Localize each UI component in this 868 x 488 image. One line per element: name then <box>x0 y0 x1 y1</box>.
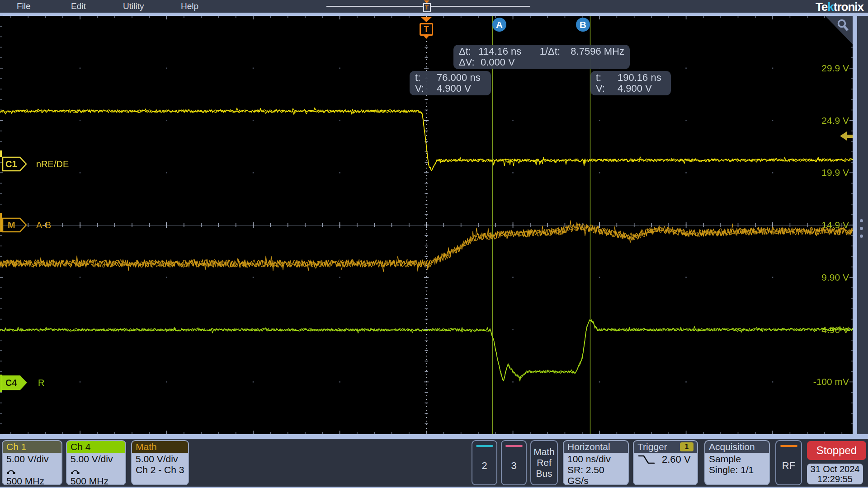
horizontal-pan-bar[interactable] <box>0 13 868 16</box>
ch1-title: Ch 1 <box>3 441 61 453</box>
menu-file[interactable]: File <box>17 1 31 11</box>
cursor-delta-readout: Δt:114.16 ns1/Δt:8.7596 MHz ΔV:0.000 V <box>453 45 630 69</box>
dv-label: ΔV: <box>459 57 481 68</box>
settings-bar: Ch 1 5.00 V/div 500 MHz BW Ch 4 5.00 V/d… <box>0 439 868 488</box>
channel-badge-c1[interactable]: C1 nRE/DE <box>2 156 69 172</box>
menu-help[interactable]: Help <box>181 1 198 11</box>
c4-edge-marker <box>0 375 2 392</box>
ch4-badge[interactable]: Ch 4 5.00 V/div 500 MHz BW <box>66 440 126 485</box>
horizontal-panel[interactable]: Horizontal 100 ns/div SR: 2.50 GS/s RL: … <box>563 440 629 485</box>
ch1-scale: 5.00 V/div <box>6 454 58 465</box>
datetime-display: 31 Oct 2024 12:29:55 <box>807 464 863 484</box>
ch4-bandwidth: 500 MHz <box>71 476 108 485</box>
math-ref-bus-button[interactable]: Math Ref Bus <box>530 440 558 485</box>
ch3-button[interactable]: 3 <box>501 440 527 485</box>
ch4-scale: 5.00 V/div <box>71 454 122 465</box>
trigger-record-icon[interactable]: T <box>422 0 431 12</box>
date-value: 31 Oct 2024 <box>811 464 860 474</box>
svg-text:C4: C4 <box>5 378 17 388</box>
math-edge-marker <box>0 213 2 232</box>
menu-bar: File Edit Utility Help T Tektronix <box>0 0 868 13</box>
math-title: Math <box>132 441 188 453</box>
math-badge[interactable]: Math 5.00 V/div Ch 2 - Ch 3 <box>131 440 189 485</box>
oscilloscope-screen: File Edit Utility Help T Tektronix T A B… <box>0 0 868 488</box>
ch2-label: 2 <box>481 447 487 484</box>
trigger-record-t: T <box>423 3 431 12</box>
trigger-title: Trigger <box>637 441 667 452</box>
c4-trace-label: R <box>38 378 44 388</box>
waveform-display[interactable]: T A B Δt:114.16 ns1/Δt:8.7596 MHz ΔV:0.0… <box>0 16 853 434</box>
acquisition-mode: Sample <box>709 454 765 465</box>
acquisition-title: Acquisition <box>705 441 769 453</box>
right-margin <box>857 16 868 434</box>
horizontal-scale: 100 ns/div <box>567 454 624 465</box>
ch2-button[interactable]: 2 <box>472 440 497 485</box>
trigger-level-arrow-tail <box>847 135 853 138</box>
dt-label: Δt: <box>459 46 478 57</box>
ch4-title: Ch 4 <box>67 441 125 453</box>
rf-button[interactable]: RF <box>775 440 802 485</box>
cursor-b-readout[interactable]: t:190.16 ns V:4.900 V <box>590 71 671 95</box>
svg-text:M: M <box>8 220 15 230</box>
channel-badge-math[interactable]: M A-B <box>2 217 51 233</box>
svg-text:C1: C1 <box>5 159 17 169</box>
math-scale: 5.00 V/div <box>136 454 184 465</box>
rf-label: RF <box>782 447 795 484</box>
bottom-divider-bar <box>0 434 868 439</box>
c1-badge-icon: C1 <box>2 156 27 172</box>
falling-edge-icon <box>637 454 656 465</box>
menu-edit[interactable]: Edit <box>71 1 86 11</box>
time-value: 12:29:55 <box>817 474 853 484</box>
tektronix-logo: Tektronix <box>816 0 863 14</box>
cursor-b-time: 190.16 ns <box>618 72 661 83</box>
dt-value: 114.16 ns <box>478 46 531 57</box>
trigger-position-marker[interactable]: T <box>419 17 434 39</box>
ch3-label: 3 <box>511 447 516 484</box>
probe-icon <box>6 468 15 474</box>
inv-dt-value: 8.7596 MHz <box>571 46 624 57</box>
math-badge-icon: M <box>2 217 27 233</box>
trigger-level-arrow[interactable] <box>840 131 853 141</box>
trigger-source-badge: 1 <box>680 442 693 451</box>
cursor-a-volts: 4.900 V <box>437 83 471 94</box>
vertical-pan-bar[interactable] <box>853 16 857 434</box>
probe-icon <box>71 468 80 474</box>
cursor-a-handle[interactable]: A <box>492 18 506 32</box>
channel-badge-c4[interactable]: C4 R <box>2 375 44 390</box>
ch1-badge[interactable]: Ch 1 5.00 V/div 500 MHz BW <box>2 440 62 485</box>
trigger-level-arrow-head-icon <box>840 131 847 141</box>
math-source: Ch 2 - Ch 3 <box>136 465 184 475</box>
cursor-a-readout[interactable]: t:76.000 ns V:4.900 V <box>410 71 491 95</box>
math-trace-label: A-B <box>36 220 51 230</box>
cursor-b-volts: 4.900 V <box>618 83 652 94</box>
trigger-notch-icon <box>424 36 429 39</box>
trigger-level-value: 2.60 V <box>662 454 691 465</box>
horizontal-title: Horizontal <box>564 441 628 453</box>
c4-badge-icon: C4 <box>2 375 27 390</box>
cursor-a-time: 76.000 ns <box>437 72 481 83</box>
dv-value: 0.000 V <box>481 57 515 68</box>
inv-dt-label: 1/Δt: <box>540 46 571 57</box>
side-grip-handle[interactable] <box>860 219 863 238</box>
cursor-b-handle[interactable]: B <box>576 18 590 32</box>
trigger-t-icon: T <box>420 23 433 36</box>
c1-edge-marker <box>0 150 2 157</box>
acquisition-count: Single: 1/1 <box>709 465 765 475</box>
ch1-bandwidth: 500 MHz <box>6 476 44 485</box>
sample-rate: SR: 2.50 GS/s <box>567 465 624 485</box>
acquisition-status-button[interactable]: Stopped <box>807 441 866 460</box>
acquisition-panel[interactable]: Acquisition Sample Single: 1/1 <box>704 440 770 485</box>
trigger-arrow-icon <box>420 17 432 22</box>
c1-trace-label: nRE/DE <box>36 159 69 169</box>
menu-utility[interactable]: Utility <box>123 1 144 11</box>
trigger-panel[interactable]: Trigger 1 2.60 V <box>633 440 698 485</box>
